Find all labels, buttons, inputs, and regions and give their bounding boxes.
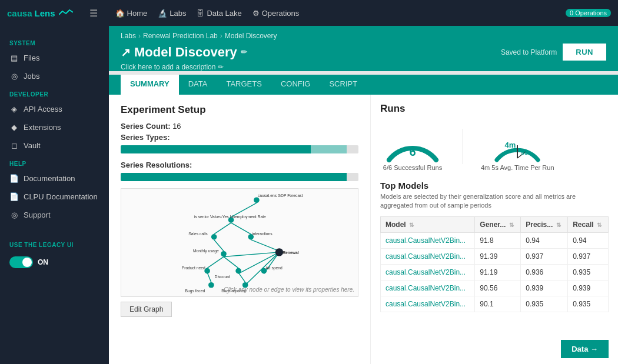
model-link[interactable]: causal.CausalNetV2Bin... bbox=[386, 300, 466, 308]
svg-point-17 bbox=[211, 234, 217, 240]
svg-text:interactions: interactions bbox=[252, 232, 273, 236]
sidebar: SYSTEM ▤ Files ◎ Jobs DEVELOPER ◈ API Ac… bbox=[0, 26, 109, 364]
tab-script[interactable]: SCRIPT bbox=[320, 75, 367, 95]
table-row[interactable]: causal.CausalNetV2Bin... 91.8 0.94 0.94 bbox=[381, 232, 609, 248]
col-model[interactable]: Model ⇅ bbox=[381, 216, 475, 232]
page-title: ↗ Model Discovery ✏ bbox=[121, 45, 247, 60]
sidebar-item-documentation[interactable]: 📄 Documentation bbox=[0, 169, 109, 188]
files-icon: ▤ bbox=[9, 54, 19, 62]
svg-line-7 bbox=[224, 252, 279, 257]
svg-point-29 bbox=[208, 282, 214, 288]
breadcrumb-lab[interactable]: Renewal Prediction Lab bbox=[143, 32, 218, 40]
title-edit-icon[interactable]: ✏ bbox=[241, 48, 247, 56]
table-row[interactable]: causal.CausalNetV2Bin... 91.19 0.936 0.9… bbox=[381, 264, 609, 280]
breadcrumb-labs[interactable]: Labs bbox=[121, 32, 136, 40]
operations-badge-container[interactable]: 0 Operations bbox=[566, 9, 611, 17]
svg-text:Ad spend: Ad spend bbox=[265, 266, 283, 271]
help-section-label: HELP bbox=[0, 155, 109, 169]
bar-light bbox=[311, 145, 347, 153]
col-precision[interactable]: Precis... ⇅ bbox=[521, 216, 568, 232]
table-header-row: Model ⇅ Gener... ⇅ Precis... ⇅ bbox=[381, 216, 609, 232]
metric-divider bbox=[463, 129, 463, 164]
svg-point-25 bbox=[235, 268, 241, 274]
svg-text:Bugs faced: Bugs faced bbox=[185, 289, 205, 293]
graph-svg: causal.ens GDP Forecast is senior Value=… bbox=[121, 189, 358, 296]
svg-line-6 bbox=[224, 257, 238, 268]
developer-section-label: DEVELOPER bbox=[0, 85, 109, 100]
svg-text:Discount: Discount bbox=[215, 275, 230, 279]
table-row[interactable]: causal.CausalNetV2Bin... 90.1 0.935 0.93… bbox=[381, 296, 609, 312]
data-button[interactable]: Data → bbox=[561, 340, 609, 358]
legacy-toggle-switch[interactable] bbox=[9, 256, 33, 268]
top-models-description: Models are selected by their generalizat… bbox=[380, 192, 609, 211]
svg-text:Sales calls: Sales calls bbox=[188, 232, 208, 236]
tab-data[interactable]: DATA bbox=[179, 75, 217, 95]
resolution-bar-fill bbox=[121, 173, 347, 181]
model-link[interactable]: causal.CausalNetV2Bin... bbox=[386, 268, 466, 276]
tab-config[interactable]: CONFIG bbox=[271, 75, 320, 95]
svg-text:causal.ens GDP Forecast: causal.ens GDP Forecast bbox=[258, 193, 303, 198]
experiment-title: Experiment Setup bbox=[121, 104, 358, 116]
sidebar-item-vault[interactable]: ◻ Vault bbox=[0, 136, 109, 155]
svg-text:4m: 4m bbox=[505, 141, 516, 149]
graph-container[interactable]: causal.ens GDP Forecast is senior Value=… bbox=[121, 188, 358, 297]
svg-line-2 bbox=[231, 223, 251, 234]
toggle-state-label: ON bbox=[38, 258, 48, 266]
content-body: Experiment Setup Series Count: 16 Series… bbox=[109, 95, 618, 364]
successful-runs-label: 6/6 Successful Runs bbox=[383, 164, 442, 171]
svg-point-21 bbox=[221, 251, 227, 257]
svg-line-11 bbox=[238, 273, 245, 282]
nav-datalake[interactable]: 🗄 Data Lake bbox=[197, 9, 241, 18]
table-row[interactable]: causal.CausalNetV2Bin... 90.56 0.939 0.9… bbox=[381, 280, 609, 296]
table-row[interactable]: causal.CausalNetV2Bin... 91.39 0.937 0.9… bbox=[381, 248, 609, 264]
run-button[interactable]: RUN bbox=[563, 44, 606, 61]
svg-text:Monthly usage: Monthly usage bbox=[193, 249, 219, 253]
col-generalization[interactable]: Gener... ⇅ bbox=[475, 216, 521, 232]
nav-home[interactable]: 🏠 Home bbox=[115, 9, 148, 18]
sidebar-item-extensions[interactable]: ◆ Extensions bbox=[0, 118, 109, 136]
model-link[interactable]: causal.CausalNetV2Bin... bbox=[386, 284, 466, 292]
tab-summary[interactable]: SUMMARY bbox=[121, 75, 179, 95]
title-row: ↗ Model Discovery ✏ Saved to Platform RU… bbox=[121, 44, 606, 61]
tab-targets[interactable]: TARGETS bbox=[217, 75, 271, 95]
edit-graph-button[interactable]: Edit Graph bbox=[121, 302, 172, 317]
svg-line-3 bbox=[251, 240, 279, 251]
left-panel: Experiment Setup Series Count: 16 Series… bbox=[109, 95, 371, 364]
description-row[interactable]: Click here to add a description ✏ bbox=[121, 63, 606, 71]
model-link[interactable]: causal.CausalNetV2Bin... bbox=[386, 236, 466, 245]
data-button-row: Data → bbox=[561, 340, 609, 358]
hamburger-menu[interactable]: ☰ bbox=[89, 8, 98, 19]
svg-text:Product need: Product need bbox=[182, 266, 205, 270]
docs-icon: 📄 bbox=[9, 174, 19, 183]
logo: causaLens bbox=[7, 8, 73, 18]
top-navigation: causaLens ☰ 🏠 Home 🔬 Labs 🗄 Data Lake ⚙ … bbox=[0, 0, 618, 26]
nav-operations[interactable]: ⚙ Operations bbox=[252, 9, 300, 18]
api-icon: ◈ bbox=[9, 105, 19, 113]
svg-line-10 bbox=[207, 273, 211, 282]
time-gauge: 4m 5s bbox=[488, 122, 547, 163]
models-table: Model ⇅ Gener... ⇅ Precis... ⇅ bbox=[380, 216, 609, 312]
description-edit-icon: ✏ bbox=[218, 63, 224, 71]
sidebar-item-api-access[interactable]: ◈ API Access bbox=[0, 100, 109, 118]
sidebar-item-jobs[interactable]: ◎ Jobs bbox=[0, 67, 109, 85]
nav-labs[interactable]: 🔬 Labs bbox=[158, 9, 186, 18]
sidebar-item-files[interactable]: ▤ Files bbox=[0, 49, 109, 67]
svg-line-1 bbox=[214, 223, 231, 234]
svg-text:is senior Value=Yes Unemployme: is senior Value=Yes Unemployment Rate bbox=[194, 215, 266, 219]
content-body-wrapper: Experiment Setup Series Count: 16 Series… bbox=[109, 95, 618, 364]
series-types-bar bbox=[121, 145, 358, 153]
content-header: Labs › Renewal Prediction Lab › Model Di… bbox=[109, 26, 618, 71]
support-icon: ◎ bbox=[9, 211, 19, 219]
extensions-icon: ◆ bbox=[9, 123, 19, 132]
saved-label: Saved to Platform bbox=[501, 48, 557, 56]
svg-text:6: 6 bbox=[409, 145, 416, 158]
sidebar-item-clpu-documentation[interactable]: 📄 CLPU Documentation bbox=[0, 188, 109, 206]
top-models-title: Top Models bbox=[380, 181, 609, 191]
vault-icon: ◻ bbox=[9, 141, 19, 150]
svg-point-13 bbox=[254, 197, 260, 203]
col-recall[interactable]: Recall ⇅ bbox=[568, 216, 609, 232]
system-section-label: SYSTEM bbox=[0, 34, 109, 49]
breadcrumb-current: Model Discovery bbox=[225, 32, 277, 40]
sidebar-item-support[interactable]: ◎ Support bbox=[0, 206, 109, 224]
model-link[interactable]: causal.CausalNetV2Bin... bbox=[386, 252, 466, 261]
